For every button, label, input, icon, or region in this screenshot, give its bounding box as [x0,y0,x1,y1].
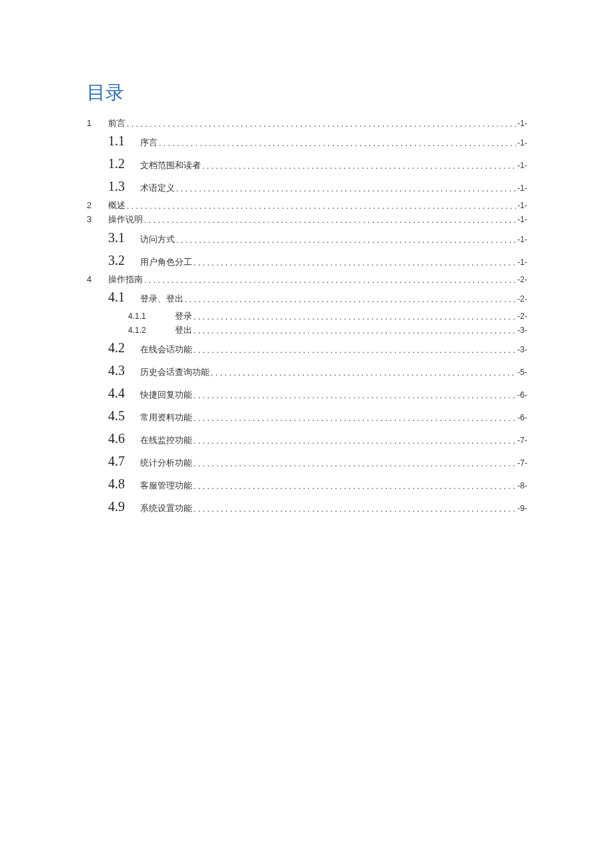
toc-leader-dots [194,390,516,402]
toc-page-number: -5- [517,367,527,378]
toc-page-number: -1- [517,160,527,171]
toc-leader-dots [194,345,516,356]
toc-entry[interactable]: 1.1序言-1- [87,131,527,150]
toc-entry[interactable]: 4.1.1登录-2- [87,310,527,322]
toc-section-number: 1.2 [108,154,131,173]
toc-leader-dots [202,161,516,172]
toc-entry-title: 用户角色分工 [140,256,192,268]
toc-entry-title: 文档范围和读者 [140,159,201,171]
toc-entry-title: 访问方式 [140,234,175,246]
toc-entry[interactable]: 3操作说明-1- [87,213,527,226]
toc-entry[interactable]: 4.9系统设置功能-9- [87,497,527,516]
toc-entry[interactable]: 1.3术语定义-1- [87,177,527,195]
toc-leader-dots [176,235,516,246]
toc-page-number: -3- [517,344,527,356]
toc-entry-title: 操作指南 [108,274,143,286]
toc-chapter-number: 2 [87,199,108,211]
toc-leader-dots [127,119,516,130]
toc-container: 1前言-1-1.1序言-1-1.2文档范围和读者-1-1.3术语定义-1-2概述… [87,117,527,516]
toc-section-number: 4.8 [108,474,131,493]
toc-entry-title: 客服管理功能 [140,480,192,492]
toc-entry-title: 在线会话功能 [140,344,192,356]
toc-entry[interactable]: 4.4快捷回复功能-6- [87,384,527,402]
toc-chapter-number: 1 [87,117,108,129]
toc-entry-title: 概述 [108,199,125,211]
toc-entry[interactable]: 4.1登录、登出-2- [87,288,527,306]
toc-page-number: -8- [517,480,527,492]
toc-entry-title: 系统设置功能 [140,502,192,514]
toc-entry[interactable]: 3.2用户角色分工-1- [87,251,527,270]
toc-section-number: 4.1 [108,288,131,306]
toc-subsection-number: 4.1.1 [128,311,151,322]
toc-page-number: -9- [517,503,527,514]
toc-leader-dots [176,183,516,195]
toc-section-number: 4.5 [108,406,131,425]
toc-section-number: 1.1 [108,131,131,150]
toc-entry-title: 在线监控功能 [140,434,192,446]
toc-section-number: 4.4 [108,384,131,402]
toc-entry[interactable]: 4.1.2登出-3- [87,324,527,336]
toc-entry[interactable]: 2概述-1- [87,199,527,211]
toc-page-number: -2- [517,274,527,286]
toc-title: 目录 [87,80,527,105]
toc-page-number: -7- [517,458,527,469]
toc-page-number: -1- [517,214,527,226]
toc-page-number: -1- [517,234,527,246]
toc-page-number: -7- [517,435,527,446]
toc-section-number: 4.6 [108,429,131,448]
toc-entry-title: 登出 [175,324,192,336]
toc-entry[interactable]: 4操作指南-2- [87,274,527,286]
toc-entry[interactable]: 4.2在线会话功能-3- [87,338,527,357]
toc-entry-title: 常用资料功能 [140,412,192,424]
toc-page-number: -1- [517,118,527,129]
toc-entry-title: 登录 [175,310,192,322]
toc-leader-dots [194,504,516,515]
toc-leader-dots [194,436,516,447]
toc-leader-dots [194,326,516,337]
toc-entry[interactable]: 4.7统计分析功能-7- [87,452,527,470]
toc-entry-title: 术语定义 [140,182,175,194]
toc-section-number: 4.9 [108,497,131,516]
toc-entry-title: 前言 [108,117,125,129]
toc-entry-title: 操作说明 [108,213,143,226]
toc-section-number: 4.3 [108,361,131,380]
toc-leader-dots [194,258,516,269]
toc-entry-title: 历史会话查询功能 [140,366,210,378]
toc-leader-dots [194,458,516,470]
toc-section-number: 4.7 [108,452,131,470]
toc-leader-dots [194,481,516,492]
toc-leader-dots [144,275,516,286]
toc-entry-title: 统计分析功能 [140,457,192,469]
toc-chapter-number: 4 [87,274,108,286]
toc-entry[interactable]: 1前言-1- [87,117,527,129]
toc-leader-dots [144,215,516,226]
toc-leader-dots [194,413,516,424]
toc-section-number: 4.2 [108,338,131,357]
toc-leader-dots [185,294,516,306]
toc-section-number: 3.2 [108,251,131,270]
toc-leader-dots [159,138,516,149]
toc-page-number: -1- [517,137,527,149]
toc-entry[interactable]: 1.2文档范围和读者-1- [87,154,527,173]
toc-page-number: -3- [517,325,527,336]
toc-page-number: -1- [517,183,527,194]
toc-entry[interactable]: 4.8客服管理功能-8- [87,474,527,493]
toc-chapter-number: 3 [87,213,108,226]
toc-section-number: 1.3 [108,177,131,195]
toc-page-number: -2- [517,311,527,322]
toc-leader-dots [194,312,516,323]
toc-entry-title: 快捷回复功能 [140,389,192,401]
toc-entry[interactable]: 3.1访问方式-1- [87,228,527,247]
toc-leader-dots [211,368,516,379]
toc-section-number: 3.1 [108,228,131,247]
toc-entry[interactable]: 4.3历史会话查询功能-5- [87,361,527,380]
toc-entry[interactable]: 4.6在线监控功能-7- [87,429,527,448]
document-page: 目录 1前言-1-1.1序言-1-1.2文档范围和读者-1-1.3术语定义-1-… [0,0,614,516]
toc-page-number: -1- [517,200,527,211]
toc-leader-dots [127,201,516,212]
toc-subsection-number: 4.1.2 [128,325,151,336]
toc-page-number: -6- [517,390,527,401]
toc-entry[interactable]: 4.5常用资料功能-6- [87,406,527,425]
toc-entry-title: 登录、登出 [140,293,184,305]
toc-entry-title: 序言 [140,137,158,149]
